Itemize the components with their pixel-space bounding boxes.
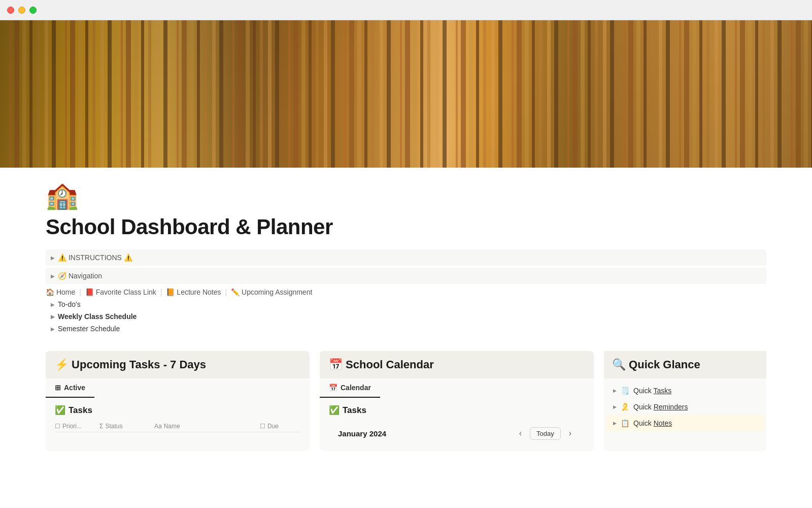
calendar-tab-label: Calendar	[341, 384, 371, 392]
nav-link-notes[interactable]: 📙 Lecture Notes	[166, 288, 221, 296]
aa-icon: Aa	[154, 423, 162, 430]
upcoming-tasks-title: ⚡ Upcoming Tasks - 7 Days	[55, 358, 206, 371]
quick-reminders-text: Quick Reminders	[633, 403, 688, 411]
chevron-right-icon: ▶	[51, 273, 55, 279]
calendar-month-label: January 2024	[338, 429, 386, 438]
chevron-right-icon: ▶	[51, 326, 55, 332]
sigma-icon: Σ	[99, 423, 103, 430]
sub-nav-weekly[interactable]: ▶ Weekly Class Schedule	[46, 310, 766, 323]
quick-glance-panel: 🔍 Quick Glance ▶ 🗒️ Quick Tasks ▶ 🎗️ Qu	[604, 351, 766, 451]
chevron-right-icon: ▶	[51, 302, 55, 307]
close-button[interactable]	[7, 7, 14, 14]
calendar-tasks-title: ✅ Tasks	[329, 405, 585, 416]
quick-tasks-text: Quick Tasks	[633, 387, 671, 395]
calendar-check-icon: ✅	[329, 405, 340, 416]
active-tab[interactable]: ⊞ Active	[46, 378, 94, 398]
tasks-check-icon: ✅	[55, 405, 65, 416]
table-icon: ⊞	[55, 384, 61, 392]
tasks-section-title: ✅ Tasks	[55, 405, 300, 416]
nav-link-class[interactable]: 📕 Favorite Class Link	[85, 288, 156, 296]
priority-col-header: ☐ Priori...	[55, 423, 95, 430]
quick-notes-text: Quick Notes	[633, 419, 672, 427]
school-calendar-panel: 📅 School Calendar 📅 Calendar ✅ Tasks Jan…	[320, 351, 594, 451]
tasks-label: Tasks	[69, 405, 92, 416]
quick-notes-item[interactable]: ▶ 📋 Quick Notes	[606, 415, 764, 431]
priority-icon: ☐	[55, 423, 60, 430]
calendar-small-icon: ☐	[260, 423, 265, 430]
chevron-right-icon: ▶	[613, 421, 617, 426]
calendar-tab-icon: 📅	[329, 384, 337, 392]
page-icon: 🏫	[46, 180, 766, 211]
calendar-tasks-label: Tasks	[343, 405, 366, 416]
navigation-label: 🧭 Navigation	[58, 272, 102, 280]
calendar-prev-btn[interactable]: ‹	[515, 427, 526, 440]
page-title: School Dashboard & Planner	[46, 215, 766, 239]
sub-nav-todo[interactable]: ▶ To-do's	[46, 298, 766, 310]
due-col-header: ☐ Due	[260, 423, 300, 430]
sub-nav-label: To-do's	[58, 300, 81, 308]
calendar-today-btn[interactable]: Today	[530, 427, 561, 440]
name-label: Name	[164, 423, 180, 430]
tasks-body: ✅ Tasks ☐ Priori... Σ Status Aa Name	[46, 398, 310, 439]
quick-glance-items: ▶ 🗒️ Quick Tasks ▶ 🎗️ Quick Reminders	[604, 378, 766, 435]
separator: |	[160, 288, 162, 296]
chevron-right-icon: ▶	[613, 388, 617, 393]
sub-nav-label: Weekly Class Schedule	[58, 312, 137, 321]
active-tab-label: Active	[64, 384, 85, 392]
table-header-row: ☐ Priori... Σ Status Aa Name ☐ Due	[55, 421, 300, 432]
priority-label: Priori...	[62, 423, 82, 430]
traffic-lights	[7, 7, 37, 14]
sub-nav-semester[interactable]: ▶ Semester Schedule	[46, 323, 766, 335]
due-label: Due	[267, 423, 279, 430]
chevron-right-icon: ▶	[613, 404, 617, 409]
page-content: 🏫 School Dashboard & Planner ▶ ⚠️ INSTRU…	[0, 180, 812, 451]
calendar-body: ✅ Tasks January 2024 ‹ Today ›	[320, 398, 594, 451]
sub-nav-label: Semester Schedule	[58, 325, 120, 333]
nav-links: 🏠 Home | 📕 Favorite Class Link | 📙 Lectu…	[46, 288, 766, 296]
quick-tasks-emoji: 🗒️	[621, 387, 629, 395]
maximize-button[interactable]	[29, 7, 37, 14]
hero-banner	[0, 20, 812, 168]
quick-notes-emoji: 📋	[621, 419, 629, 427]
school-calendar-title: 📅 School Calendar	[329, 358, 434, 371]
calendar-tab[interactable]: 📅 Calendar	[320, 378, 380, 398]
minimize-button[interactable]	[18, 7, 25, 14]
status-label: Status	[105, 423, 122, 430]
status-col-header: Σ Status	[99, 423, 150, 430]
calendar-nav: January 2024 ‹ Today ›	[329, 421, 585, 444]
instructions-label: ⚠️ INSTRUCTIONS ⚠️	[58, 253, 132, 262]
quick-reminders-item[interactable]: ▶ 🎗️ Quick Reminders	[606, 399, 764, 415]
chevron-right-icon: ▶	[51, 255, 55, 261]
school-calendar-header: 📅 School Calendar	[320, 351, 594, 378]
calendar-next-btn[interactable]: ›	[565, 427, 576, 440]
main-columns: ⚡ Upcoming Tasks - 7 Days ⊞ Active ✅ Tas…	[46, 351, 766, 451]
quick-glance-header: 🔍 Quick Glance	[604, 351, 766, 378]
upcoming-tasks-panel: ⚡ Upcoming Tasks - 7 Days ⊞ Active ✅ Tas…	[46, 351, 310, 451]
window-chrome	[0, 0, 812, 20]
separator: |	[79, 288, 81, 296]
separator: |	[225, 288, 227, 296]
quick-glance-title: 🔍 Quick Glance	[612, 358, 700, 371]
upcoming-tasks-header: ⚡ Upcoming Tasks - 7 Days	[46, 351, 310, 378]
calendar-nav-controls: ‹ Today ›	[515, 427, 576, 440]
quick-reminders-emoji: 🎗️	[621, 403, 629, 411]
instructions-toggle[interactable]: ▶ ⚠️ INSTRUCTIONS ⚠️	[46, 249, 766, 266]
navigation-toggle[interactable]: ▶ 🧭 Navigation	[46, 268, 766, 284]
nav-link-home[interactable]: 🏠 Home	[46, 288, 75, 296]
quick-tasks-item[interactable]: ▶ 🗒️ Quick Tasks	[606, 383, 764, 399]
name-col-header: Aa Name	[154, 423, 256, 430]
chevron-right-icon: ▶	[51, 314, 55, 320]
nav-link-assignment[interactable]: ✏️ Upcoming Assignment	[231, 288, 312, 296]
